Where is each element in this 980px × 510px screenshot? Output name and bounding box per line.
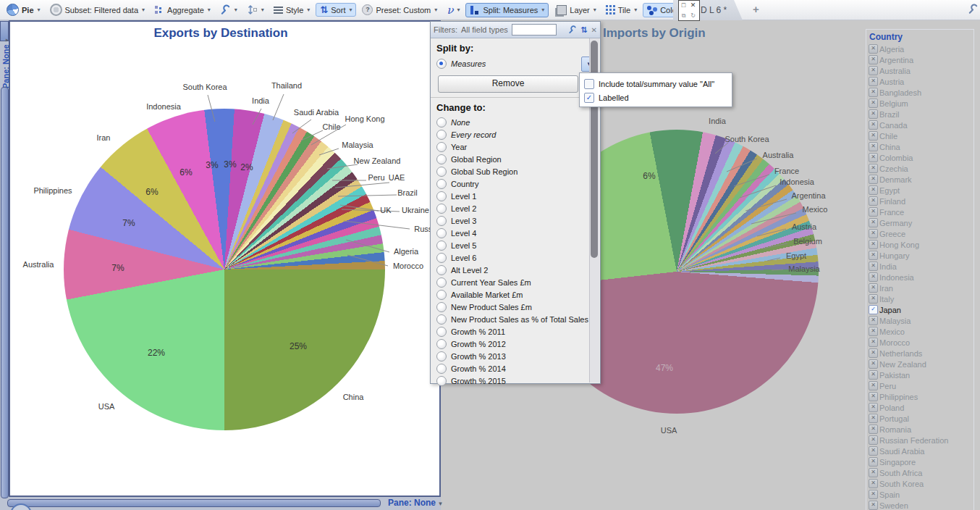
checkbox-excluded-icon[interactable]: ✕	[869, 490, 878, 499]
country-filter-item[interactable]: ✕Portugal	[866, 413, 973, 424]
country-filter-item[interactable]: ✕Italy	[866, 293, 973, 304]
country-filter-item[interactable]: ✕Canada	[866, 120, 973, 130]
country-filter-item[interactable]: ✕Greece	[866, 228, 973, 239]
radio-icon[interactable]	[436, 364, 447, 374]
radio-icon[interactable]	[436, 339, 447, 349]
checkbox-excluded-icon[interactable]: ✕	[869, 240, 878, 249]
radio-icon[interactable]	[436, 277, 447, 288]
change-to-option[interactable]: Growth % 2011	[431, 325, 600, 338]
country-filter-item[interactable]: ✕Finland	[866, 196, 973, 206]
checkbox-excluded-icon[interactable]: ✕	[869, 468, 878, 477]
checkbox-excluded-icon[interactable]: ✕	[869, 153, 878, 162]
new-tab-button[interactable]: +	[753, 3, 759, 15]
checkbox-excluded-icon[interactable]: ✕	[869, 316, 878, 325]
change-to-option[interactable]: Level 3	[431, 214, 600, 227]
country-filter-item[interactable]: ✕Philippines	[866, 391, 973, 402]
country-filter-item[interactable]: ✕South Korea	[866, 478, 973, 489]
checkbox-excluded-icon[interactable]: ✕	[869, 501, 878, 510]
split-popup-option[interactable]: ✓Labelled	[584, 91, 727, 104]
change-to-option[interactable]: Level 5	[431, 239, 600, 251]
radio-icon[interactable]	[436, 228, 447, 238]
checkbox-excluded-icon[interactable]: ✕	[869, 294, 878, 304]
country-filter-item[interactable]: ✕Iran	[866, 283, 973, 293]
change-to-option[interactable]: None	[431, 116, 600, 128]
change-to-option[interactable]: Growth % 2013	[431, 350, 600, 362]
wrench-icon[interactable]	[968, 4, 979, 14]
checkbox-excluded-icon[interactable]: ✕	[869, 218, 878, 227]
checkbox-excluded-icon[interactable]: ✕	[869, 327, 878, 336]
radio-icon[interactable]	[436, 241, 447, 251]
change-to-option[interactable]: Current Year Sales £m	[431, 276, 600, 288]
tile-button[interactable]: Tile ▾	[602, 4, 641, 16]
country-filter-item[interactable]: ✕South Africa	[866, 467, 973, 478]
checkbox-excluded-icon[interactable]: ✕	[869, 44, 878, 54]
radio-icon[interactable]	[436, 302, 447, 312]
style-button[interactable]: Style ▾	[270, 4, 313, 17]
country-filter-item[interactable]: ✕China	[866, 141, 973, 152]
checkbox-excluded-icon[interactable]: ✕	[869, 196, 878, 206]
checkbox-excluded-icon[interactable]: ✕	[869, 88, 878, 97]
split-field-row[interactable]: Measures ▼	[431, 57, 600, 71]
checkbox-excluded-icon[interactable]: ✕	[869, 425, 878, 434]
checkbox-excluded-icon[interactable]: ✕	[869, 414, 878, 423]
pane-selector-vertical[interactable]: Pane: None ▾	[1, 42, 10, 88]
checkbox-excluded-icon[interactable]: ✕	[869, 77, 878, 86]
split-button[interactable]: Split: Measures ▾	[465, 3, 549, 17]
wrench-icon[interactable]	[568, 25, 577, 34]
field-search-input[interactable]	[512, 24, 557, 35]
checkbox-excluded-icon[interactable]: ✕	[869, 457, 878, 467]
checkbox-excluded-icon[interactable]: ✕	[869, 479, 878, 488]
country-filter-item[interactable]: ✕Germany	[866, 217, 973, 228]
subset-button[interactable]: Subset: Filtered data ▾	[46, 2, 149, 17]
horizontal-pane-handle[interactable]	[7, 499, 381, 507]
radio-icon[interactable]	[436, 117, 447, 128]
checkbox-excluded-icon[interactable]: ✕	[869, 164, 878, 173]
remove-button[interactable]: Remove	[438, 75, 578, 93]
checkbox-excluded-icon[interactable]: ✕	[869, 120, 878, 130]
change-to-option[interactable]: Every record	[431, 128, 600, 141]
country-filter-item[interactable]: ✕Colombia	[866, 152, 973, 163]
layer-button[interactable]: Layer ▾	[551, 4, 600, 17]
country-filter-item[interactable]: ✕Russian Federation	[866, 435, 973, 446]
checkbox-excluded-icon[interactable]: ✕	[869, 185, 878, 195]
radio-icon[interactable]	[436, 130, 447, 140]
checkbox-excluded-icon[interactable]: ✕	[869, 359, 878, 369]
radio-icon[interactable]	[436, 327, 447, 337]
change-to-option[interactable]: Level 1	[431, 190, 600, 202]
country-filter-item[interactable]: ✕Hungary	[866, 250, 973, 261]
radio-icon[interactable]	[436, 253, 447, 263]
checkbox-excluded-icon[interactable]: ✕	[869, 446, 878, 456]
change-to-option[interactable]: Country	[431, 177, 600, 190]
change-to-option[interactable]: Level 2	[431, 202, 600, 214]
radio-icon[interactable]	[436, 314, 447, 325]
country-filter-item[interactable]: ✕Brazil	[866, 109, 973, 120]
country-filter-item[interactable]: ✕Pakistan	[866, 369, 973, 380]
checkbox-excluded-icon[interactable]: ✕	[869, 381, 878, 390]
change-to-option[interactable]: New Product Sales as % of Total Sales	[431, 313, 600, 325]
checkbox-excluded-icon[interactable]: ✕	[869, 251, 878, 260]
change-to-option[interactable]: New Product Sales £m	[431, 301, 600, 313]
radio-icon[interactable]	[436, 351, 447, 361]
change-to-option[interactable]: Global Sub Region	[431, 165, 600, 177]
change-to-option[interactable]: Level 4	[431, 227, 600, 239]
checkbox-excluded-icon[interactable]: ✕	[869, 370, 878, 380]
radio-icon[interactable]	[436, 216, 447, 226]
checkbox-excluded-icon[interactable]: ✕	[869, 207, 878, 217]
country-filter-item[interactable]: ✕Egypt	[866, 185, 973, 196]
country-filter-item[interactable]: ✕France	[866, 206, 973, 217]
checkbox-excluded-icon[interactable]: ✕	[869, 283, 878, 293]
change-to-option[interactable]: Growth % 2014	[431, 362, 600, 375]
checkbox-excluded-icon[interactable]: ✕	[869, 131, 878, 141]
radio-icon[interactable]	[436, 179, 447, 189]
country-filter-item[interactable]: ✕Chile	[866, 130, 973, 141]
country-filter-item[interactable]: ✕Poland	[866, 402, 973, 413]
country-filter-item[interactable]: ✕Romania	[866, 424, 973, 435]
preset-button[interactable]: ? Preset: Custom ▾	[358, 3, 441, 17]
checkbox-checked-icon[interactable]: ✓	[869, 305, 878, 314]
formula-button[interactable]: ν ▾	[443, 4, 463, 17]
country-filter-item[interactable]: ✕Spain	[866, 489, 973, 500]
checkbox-excluded-icon[interactable]: ✕	[869, 348, 878, 358]
country-filter-item[interactable]: ✕Hong Kong	[866, 239, 973, 250]
country-filter-item[interactable]: ✕Algeria	[866, 43, 973, 54]
country-filter-item[interactable]: ✕Sweden	[866, 500, 973, 510]
